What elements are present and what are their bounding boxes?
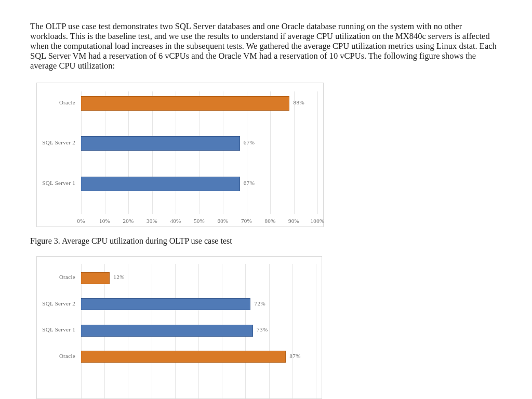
chart-figure-4-partial: Oracle12%SQL Server 272%SQL Server 173%O… xyxy=(36,256,322,399)
body-paragraph: The OLTP use case test demonstrates two … xyxy=(30,22,502,71)
chart-bar xyxy=(81,298,250,310)
chart-x-tick: 60% xyxy=(217,218,228,224)
chart-value-label: 87% xyxy=(289,353,301,359)
chart-bar xyxy=(81,272,110,284)
chart-y-label: Oracle xyxy=(37,274,75,280)
chart-x-tick: 50% xyxy=(194,218,205,224)
figure-caption: Figure 3. Average CPU utilization during… xyxy=(30,236,502,246)
chart-x-tick: 90% xyxy=(288,218,299,224)
chart-figure-3: Oracle88%SQL Server 267%SQL Server 167%0… xyxy=(36,83,324,227)
chart-value-label: 12% xyxy=(113,274,125,280)
chart-gridline xyxy=(294,91,295,214)
chart-bar xyxy=(81,96,289,111)
chart-y-label: Oracle xyxy=(37,99,75,105)
chart-value-label: 73% xyxy=(257,326,268,332)
chart-gridline xyxy=(317,91,318,214)
chart-y-label: SQL Server 2 xyxy=(37,139,75,145)
chart-y-label: SQL Server 1 xyxy=(37,180,75,186)
chart-y-label: Oracle xyxy=(37,353,75,359)
chart-x-tick: 100% xyxy=(311,218,325,224)
chart-x-tick: 20% xyxy=(123,218,134,224)
chart-x-tick: 80% xyxy=(264,218,275,224)
chart-bar xyxy=(81,136,240,151)
chart-gridline xyxy=(269,264,270,398)
chart-bar xyxy=(81,177,240,191)
chart-value-label: 67% xyxy=(244,139,255,145)
chart-x-tick: 0% xyxy=(77,218,85,224)
chart-x-tick: 70% xyxy=(241,218,252,224)
chart-y-label: SQL Server 2 xyxy=(37,300,75,307)
chart-bar xyxy=(81,325,253,337)
chart-value-label: 88% xyxy=(293,99,304,105)
chart-gridline xyxy=(316,264,316,398)
chart-x-tick: 10% xyxy=(99,218,110,224)
chart-value-label: 67% xyxy=(244,180,255,186)
chart-bar xyxy=(81,351,286,363)
chart-x-tick: 40% xyxy=(170,218,181,224)
chart-y-label: SQL Server 1 xyxy=(37,326,75,332)
chart-gridline xyxy=(292,264,293,398)
chart-x-tick: 30% xyxy=(147,218,157,224)
chart-value-label: 72% xyxy=(254,300,265,307)
